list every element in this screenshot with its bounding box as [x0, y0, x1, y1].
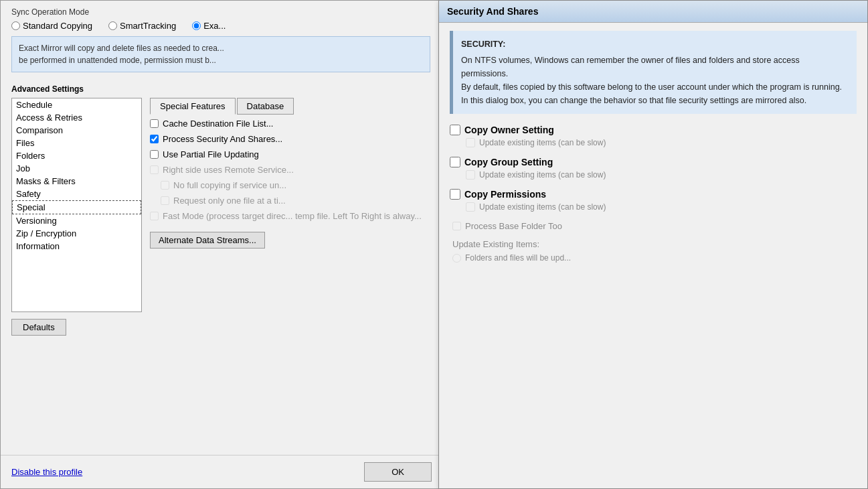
copy-group-checkbox[interactable]: [450, 157, 460, 167]
checkbox-nofull-label: No full copying if service un...: [173, 180, 286, 190]
main-window: Sync Operation Mode Standard Copying Sma…: [0, 0, 442, 489]
checkbox-remote: Right side uses Remote Service...: [150, 165, 430, 175]
radio-smart-label: SmartTracking: [120, 21, 176, 31]
radio-exact-input[interactable]: [192, 21, 201, 30]
update-radio-input: [452, 254, 461, 263]
checkbox-nofull-input: [161, 181, 169, 190]
security-info-title: SECURITY:: [461, 38, 849, 51]
radio-exact[interactable]: Exa...: [192, 21, 226, 31]
security-dialog: Security And Shares SECURITY: On NTFS vo…: [438, 0, 868, 489]
copy-group-sub: Update existing items (can be slow): [466, 170, 857, 180]
copy-permissions-label: Copy Permissions: [464, 189, 546, 200]
list-item-schedule[interactable]: Schedule: [12, 98, 141, 111]
list-item-zip[interactable]: Zip / Encryption: [12, 227, 141, 240]
list-item-safety[interactable]: Safety: [12, 188, 141, 200]
checkbox-fastmode: Fast Mode (process target direc... temp …: [150, 211, 430, 221]
copy-permissions-sub-checkbox: [466, 202, 475, 212]
security-info-box: SECURITY: On NTFS volumes, Windows can r…: [450, 31, 857, 114]
dialog-titlebar: Security And Shares: [439, 1, 867, 23]
list-item-access[interactable]: Access & Retries: [12, 111, 141, 124]
copy-permissions-sub-label: Update existing items (can be slow): [479, 202, 606, 212]
radio-standard[interactable]: Standard Copying: [11, 21, 92, 31]
advanced-settings-section: Advanced Settings Schedule Access & Retr…: [1, 78, 441, 342]
tab-database[interactable]: Database: [237, 98, 294, 115]
checkbox-request: Request only one file at a ti...: [161, 196, 430, 206]
sync-info-box: Exact Mirror will copy and delete files …: [11, 36, 430, 72]
bottom-bar: Disable this profile OK: [1, 455, 442, 488]
copy-group-sub-label: Update existing items (can be slow): [479, 170, 606, 180]
copy-permissions-group: Copy Permissions Update existing items (…: [450, 189, 857, 212]
update-existing-label: Update Existing Items:: [452, 239, 857, 249]
checkbox-nofull: No full copying if service un...: [161, 180, 430, 190]
sync-mode-section: Sync Operation Mode Standard Copying Sma…: [1, 1, 441, 78]
list-item-job[interactable]: Job: [12, 162, 141, 175]
checkbox-request-label: Request only one file at a ti...: [173, 196, 286, 206]
checkbox-remote-label: Right side uses Remote Service...: [163, 165, 294, 175]
checkbox-security-label: Process Security And Shares...: [163, 134, 282, 144]
copy-group-main: Copy Group Setting: [450, 157, 857, 167]
tab-special-features[interactable]: Special Features: [150, 98, 236, 115]
update-radio-row: Folders and files will be upd...: [452, 253, 857, 263]
list-item-versioning[interactable]: Versioning: [12, 214, 141, 227]
copy-owner-label: Copy Owner Setting: [464, 125, 554, 135]
checkbox-security: Process Security And Shares...: [150, 134, 430, 144]
radio-smart-input[interactable]: [108, 21, 117, 30]
advanced-body: Schedule Access & Retries Comparison Fil…: [11, 98, 430, 312]
ok-button[interactable]: OK: [364, 462, 432, 482]
radio-smart[interactable]: SmartTracking: [108, 21, 176, 31]
advanced-settings-label: Advanced Settings: [11, 84, 430, 94]
alt-streams-button[interactable]: Alternate Data Streams...: [150, 232, 265, 249]
dialog-body: SECURITY: On NTFS volumes, Windows can r…: [439, 23, 867, 271]
copy-owner-sub-checkbox: [466, 138, 475, 147]
defaults-button[interactable]: Defaults: [11, 319, 66, 336]
list-item-folders[interactable]: Folders: [12, 149, 141, 162]
list-item-information[interactable]: Information: [12, 240, 141, 253]
radio-standard-label: Standard Copying: [23, 21, 92, 31]
process-base-checkbox: [452, 222, 461, 230]
checkbox-cache-label: Cache Destination File List...: [163, 119, 273, 129]
checkbox-remote-input: [150, 165, 159, 174]
copy-permissions-sub: Update existing items (can be slow): [466, 202, 857, 212]
copy-owner-sub: Update existing items (can be slow): [466, 138, 857, 147]
copy-group-sub-checkbox: [466, 170, 475, 180]
copy-permissions-main: Copy Permissions: [450, 189, 857, 200]
checkbox-security-input[interactable]: [150, 135, 159, 143]
list-item-files[interactable]: Files: [12, 137, 141, 149]
copy-owner-checkbox[interactable]: [450, 125, 460, 135]
tabs-row: Special Features Database: [150, 98, 430, 115]
checkbox-partial-input[interactable]: [150, 150, 159, 159]
checkbox-fastmode-label: Fast Mode (process target direc... temp …: [163, 211, 422, 221]
sync-mode-radio-row: Standard Copying SmartTracking Exa...: [11, 21, 430, 31]
security-info-body: On NTFS volumes, Windows can remember th…: [461, 54, 849, 107]
copy-owner-main: Copy Owner Setting: [450, 125, 857, 135]
checkbox-fastmode-input: [150, 212, 159, 220]
copy-permissions-checkbox[interactable]: [450, 189, 460, 200]
copy-owner-group: Copy Owner Setting Update existing items…: [450, 125, 857, 147]
sync-info-text: Exact Mirror will copy and delete files …: [19, 44, 224, 65]
list-item-special[interactable]: Special: [12, 200, 141, 214]
radio-exact-label: Exa...: [203, 21, 226, 31]
process-base-row: Process Base Folder Too: [452, 221, 857, 231]
copy-group-group: Copy Group Setting Update existing items…: [450, 157, 857, 180]
process-base-label: Process Base Folder Too: [465, 221, 562, 231]
sync-mode-label: Sync Operation Mode: [11, 7, 430, 17]
list-item-masks[interactable]: Masks & Filters: [12, 175, 141, 188]
copy-group-label: Copy Group Setting: [464, 157, 553, 167]
checkbox-request-input: [161, 196, 169, 205]
right-panel: Special Features Database Cache Destinat…: [150, 98, 430, 312]
copy-owner-sub-label: Update existing items (can be slow): [479, 138, 606, 147]
list-item-comparison[interactable]: Comparison: [12, 124, 141, 137]
radio-standard-input[interactable]: [11, 21, 20, 30]
disable-profile-link[interactable]: Disable this profile: [11, 467, 82, 477]
checkbox-partial: Use Partial File Updating: [150, 149, 430, 159]
checkbox-partial-label: Use Partial File Updating: [163, 149, 259, 159]
dialog-title: Security And Shares: [447, 6, 538, 17]
settings-list[interactable]: Schedule Access & Retries Comparison Fil…: [11, 98, 142, 312]
update-radio-label: Folders and files will be upd...: [465, 253, 571, 263]
checkbox-cache: Cache Destination File List...: [150, 119, 430, 129]
checkbox-cache-input[interactable]: [150, 119, 159, 128]
